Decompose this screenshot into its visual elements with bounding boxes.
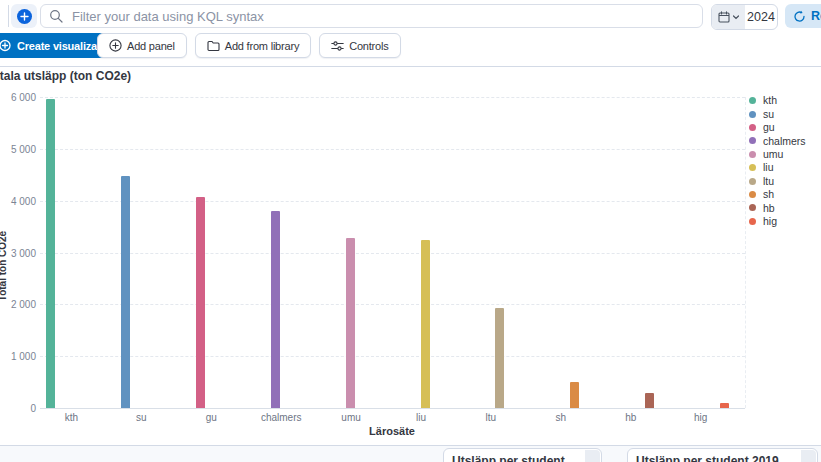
legend-item[interactable]: hb bbox=[749, 201, 806, 214]
bar[interactable] bbox=[271, 211, 280, 408]
x-tick-label: hig bbox=[694, 412, 707, 423]
legend-dot-icon bbox=[749, 97, 756, 104]
search-input[interactable] bbox=[70, 8, 694, 25]
control-action-button[interactable] bbox=[585, 450, 600, 462]
chart-title: Totala utsläpp (ton CO2e) bbox=[0, 69, 131, 83]
legend-dot-icon bbox=[749, 124, 756, 131]
legend-item[interactable]: kth bbox=[749, 94, 806, 107]
y-tick-label: 5 000 bbox=[2, 144, 36, 155]
gridline bbox=[40, 97, 745, 98]
date-picker-button[interactable] bbox=[712, 5, 745, 29]
add-from-library-button[interactable]: Add from library bbox=[195, 33, 311, 58]
x-tick-label: umu bbox=[341, 412, 360, 423]
dashboard-app: 2024 Refresh Create visualization Add pa… bbox=[0, 0, 821, 462]
legend-label: sh bbox=[763, 189, 774, 200]
x-tick-label: ltu bbox=[486, 412, 497, 423]
legend-label: chalmers bbox=[763, 136, 806, 147]
control-dropdown[interactable]: Utsläpp per student bbox=[443, 448, 602, 462]
bar[interactable] bbox=[720, 403, 729, 408]
calendar-icon bbox=[718, 11, 730, 23]
folder-icon bbox=[207, 40, 220, 52]
bar[interactable] bbox=[570, 382, 579, 408]
add-from-library-label: Add from library bbox=[225, 40, 299, 52]
control-action-button[interactable] bbox=[801, 450, 816, 462]
legend-item[interactable]: sh bbox=[749, 188, 806, 201]
x-axis-label: Lärosäte bbox=[369, 425, 415, 437]
legend-item[interactable]: chalmers bbox=[749, 134, 806, 147]
bar[interactable] bbox=[421, 240, 430, 408]
chevron-down-icon bbox=[732, 13, 740, 21]
x-tick-label: liu bbox=[416, 412, 426, 423]
plus-circle-icon bbox=[109, 39, 122, 52]
sliders-icon bbox=[331, 40, 344, 52]
panel-divider bbox=[0, 66, 821, 67]
legend-dot-icon bbox=[749, 191, 756, 198]
dashboard-toolbar: Create visualization Add panel Add from … bbox=[0, 33, 821, 59]
legend-label: hig bbox=[763, 216, 777, 227]
date-picker: 2024 bbox=[711, 4, 778, 30]
lens-icon bbox=[0, 39, 12, 52]
legend-item[interactable]: su bbox=[749, 107, 806, 120]
legend-dot-icon bbox=[749, 151, 756, 158]
refresh-label: Refresh bbox=[811, 9, 821, 23]
legend-label: hb bbox=[763, 203, 775, 214]
legend-dot-icon bbox=[749, 178, 756, 185]
y-tick-label: 0 bbox=[2, 403, 36, 414]
legend-dot-icon bbox=[749, 137, 756, 144]
control-label: Utsläpp per student bbox=[452, 454, 565, 462]
bar[interactable] bbox=[645, 393, 654, 408]
x-tick-label: su bbox=[136, 412, 147, 423]
legend-label: kth bbox=[763, 95, 777, 106]
add-filter-area bbox=[11, 4, 37, 28]
bar[interactable] bbox=[196, 197, 205, 408]
control-dropdown[interactable]: Utsläpp per student 2019 bbox=[627, 448, 818, 462]
gridline bbox=[745, 97, 746, 408]
toolbar-button-row: Add panel Add from library Controls bbox=[97, 33, 401, 58]
gridline bbox=[40, 253, 745, 254]
date-value[interactable]: 2024 bbox=[745, 5, 777, 29]
refresh-icon bbox=[793, 10, 806, 23]
y-tick-label: 1 000 bbox=[2, 351, 36, 362]
y-axis-label: Total ton CO2e bbox=[0, 226, 9, 306]
divider bbox=[8, 5, 9, 27]
gridline bbox=[40, 304, 745, 305]
chart-legend: kthsuguchalmersumuliultushhbhig bbox=[749, 94, 806, 228]
legend-item[interactable]: umu bbox=[749, 148, 806, 161]
legend-item[interactable]: ltu bbox=[749, 174, 806, 187]
legend-label: su bbox=[763, 109, 774, 120]
control-label: Utsläpp per student 2019 bbox=[636, 454, 779, 462]
legend-item[interactable]: liu bbox=[749, 161, 806, 174]
legend-item[interactable]: hig bbox=[749, 215, 806, 228]
bar[interactable] bbox=[46, 99, 55, 408]
x-tick-label: kth bbox=[65, 412, 78, 423]
legend-dot-icon bbox=[749, 111, 756, 118]
legend-label: ltu bbox=[763, 176, 774, 187]
x-tick-label: hb bbox=[625, 412, 636, 423]
controls-button[interactable]: Controls bbox=[319, 33, 400, 58]
add-panel-button[interactable]: Add panel bbox=[97, 33, 187, 58]
legend-dot-icon bbox=[749, 218, 756, 225]
legend-label: liu bbox=[763, 162, 774, 173]
y-tick-label: 4 000 bbox=[2, 196, 36, 207]
legend-label: gu bbox=[763, 122, 775, 133]
refresh-button[interactable]: Refresh bbox=[785, 4, 821, 28]
add-panel-label: Add panel bbox=[127, 40, 175, 52]
x-tick-label: chalmers bbox=[261, 412, 302, 423]
legend-dot-icon bbox=[749, 164, 756, 171]
query-bar: 2024 Refresh bbox=[0, 0, 821, 32]
controls-label: Controls bbox=[349, 40, 388, 52]
legend-dot-icon bbox=[749, 204, 756, 211]
kql-search-bar[interactable] bbox=[40, 4, 703, 28]
bar[interactable] bbox=[495, 308, 504, 408]
y-tick-label: 6 000 bbox=[2, 92, 36, 103]
x-tick-label: sh bbox=[556, 412, 567, 423]
add-filter-button[interactable] bbox=[17, 9, 32, 24]
gridline bbox=[40, 201, 745, 202]
y-tick-label: 2 000 bbox=[2, 299, 36, 310]
legend-label: umu bbox=[763, 149, 783, 160]
legend-item[interactable]: gu bbox=[749, 121, 806, 134]
bar[interactable] bbox=[346, 238, 355, 408]
gridline bbox=[40, 408, 745, 409]
bar[interactable] bbox=[121, 176, 130, 408]
y-tick-label: 3 000 bbox=[2, 248, 36, 259]
